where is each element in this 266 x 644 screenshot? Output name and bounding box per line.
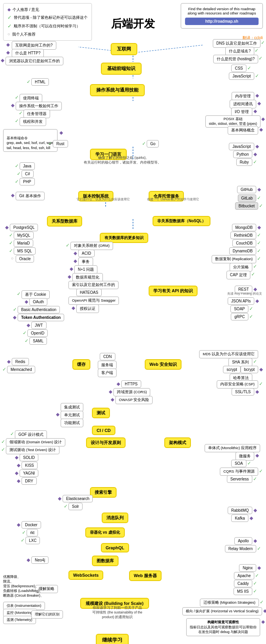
item-gof: GOF 设计模式 [15, 430, 47, 439]
item-indexes: 索引以及它是如何工作的 [68, 281, 119, 289]
node-continue-learning: 继续学习 [96, 634, 129, 644]
item-oracle: Oracle [16, 255, 34, 263]
icon-check-openid: ✓ [23, 330, 27, 336]
icon-check-lxc: ✓ [21, 538, 25, 543]
item-apache: Apache [234, 572, 254, 579]
item-relay: Relay Modern [225, 545, 256, 552]
icon-purple-dry: ◆ [17, 478, 20, 484]
item-func-test: 功能测试 [61, 419, 83, 427]
icon-check-mysql: ✓ [9, 232, 13, 238]
item-rabbitmq: RabbitMQ [228, 507, 252, 514]
item-docker: Docker [22, 521, 41, 529]
item-understand-diff: 理解它们的区别 [31, 610, 63, 619]
icon-check-sharding: ✓ [253, 264, 257, 269]
node-arch-patterns: 架构模式 [164, 437, 191, 448]
icon-check-rkt: ✓ [22, 530, 26, 535]
item-msiis: MS IIS [234, 588, 252, 595]
icon-purple-ipc: ◆ [257, 101, 261, 106]
item-solid: SOLID [20, 454, 38, 461]
icon-check-caddy: ✓ [253, 581, 257, 586]
item-networking: 基本网络概念 [228, 126, 258, 135]
icon-purple-nginx: ◆ [257, 565, 261, 570]
node-web-security: Web 安全知识 [145, 359, 182, 370]
icon-purple-ssl: ◆ [255, 389, 259, 394]
icon-check-replication: ✓ [257, 256, 261, 261]
item-json-apis: JSON APIs [228, 297, 254, 305]
icon-purple-apollo: ◆ [253, 538, 257, 543]
item-what-is-http: 什么是 HTTP? [12, 49, 44, 58]
icon-purple-commands: ◆ [59, 130, 63, 135]
item-domain: 什么是域名? [225, 47, 254, 56]
icon-purple-bcrypt: ◆ [259, 367, 263, 372]
icon-purple-jwt: ◆ [27, 322, 30, 328]
icon-check-gof: ✓ [10, 431, 14, 437]
icon-check-terminal: ✓ [15, 95, 19, 100]
item-soap: SOAP [230, 305, 248, 313]
roadmap-url[interactable]: http://roadmap.sh [185, 18, 259, 25]
icon-check-php: ✓ [15, 179, 19, 184]
item-terminal: 使用终端 [20, 94, 42, 103]
icon-gray-oracle: ○ [11, 256, 14, 261]
icon-purple-posix: ◆ [261, 116, 265, 122]
item-oauth: OAuth [29, 298, 47, 306]
item-token-auth: Token Authentication [18, 314, 64, 321]
icon-check-mssql: ✓ [9, 248, 13, 254]
item-rethinkdb: RethinkDB [230, 232, 256, 239]
legend-item-recommended: ✓ 顺序并不强制（可以在任何时候学习） [7, 22, 88, 31]
item-task-manager: 任务管理器 [23, 110, 50, 118]
item-csp: 内容安全策略 (CSP) [217, 380, 259, 389]
icon-purple-json-apis: ◆ [255, 298, 259, 304]
icon-purple-cors: ◆ [109, 389, 112, 394]
vcs-note: 它们是什么，以及为什么你应该使用它 [77, 197, 130, 201]
item-test-driven: 测试驱动 (Test Driven) 设计 [6, 446, 59, 454]
item-lxc: LXC [25, 537, 40, 544]
item-saml: SAML [29, 337, 47, 345]
item-mongodb: MongoDB [232, 224, 256, 231]
icon-purple-elastic: ◆ [58, 496, 61, 501]
item-https: HTTPS [121, 380, 141, 388]
icon-purple-scaling: ◆ [263, 608, 266, 613]
item-memory: 内存管理 [232, 92, 254, 101]
info-box: Find the detailed version of this roadma… [181, 3, 263, 29]
item-dynamodb: DynamoDB [229, 247, 256, 255]
node-search-engines: 搜索引擎 [90, 487, 117, 498]
item-migration: 迁移策略 (Migration Strategies) [200, 599, 259, 607]
icon-check-browser: ◆ [1, 58, 4, 63]
item-basic-auth: Basic Authentication [18, 306, 60, 313]
icon-check-solr: ✓ [64, 504, 68, 509]
item-memcached: Memcached [7, 366, 35, 373]
item-redis: Redis [12, 358, 29, 365]
icon-check-soap: ✓ [249, 306, 253, 311]
icon-check-ruby: ✓ [253, 159, 257, 165]
icon-purple-owasp: ◆ [111, 397, 114, 402]
icon-purple-https: ◆ [117, 381, 120, 387]
node-caching: 缓存 [72, 359, 90, 370]
node-testing: 测试 [92, 408, 110, 418]
item-io: I/O 管理 [231, 108, 252, 116]
icon-purple-python: ◆ [253, 151, 257, 157]
icon-check-dns: ✓ [261, 40, 265, 45]
item-python: Python [233, 151, 252, 158]
icon-check-css: ✓ [247, 65, 251, 71]
item-monolithic: 单体式 (Monolithic) 应用程序 [205, 444, 260, 452]
item-dry: DRY [22, 477, 37, 485]
main-title: 后端开发 [111, 16, 155, 31]
icon-purple-neo4j: ◆ [27, 557, 30, 563]
node-web-server: Web 服务器 [129, 570, 162, 581]
node-learn-api: 学习有关 API 的知识 [149, 286, 198, 296]
icon-purple-acid: ◆ [74, 250, 77, 256]
item-owasp: OWASP 安全风险 [115, 396, 153, 404]
item-cors: 跨域资源 (CORS) [113, 388, 150, 396]
item-rust: Rust [53, 140, 68, 148]
item-cap: CAP 定理 [226, 271, 250, 279]
item-auth-api: 授权认证 [76, 304, 99, 313]
icon-check-csharp: ✓ [17, 171, 21, 176]
item-acid: ACID [78, 250, 95, 257]
icon-check-saml: ✓ [25, 338, 29, 344]
item-javascript-lang: JavaScript [229, 143, 254, 150]
icon-check-serverless: ✓ [253, 476, 257, 482]
node-internet: 互联网 [111, 43, 137, 55]
item-domain-driven: 领域驱动 (Domain Driven) 设计 [6, 438, 65, 446]
item-unit-test: 单元测试 [61, 411, 83, 419]
item-openapi: OpenAPI 规范与 Swagger [68, 297, 119, 305]
